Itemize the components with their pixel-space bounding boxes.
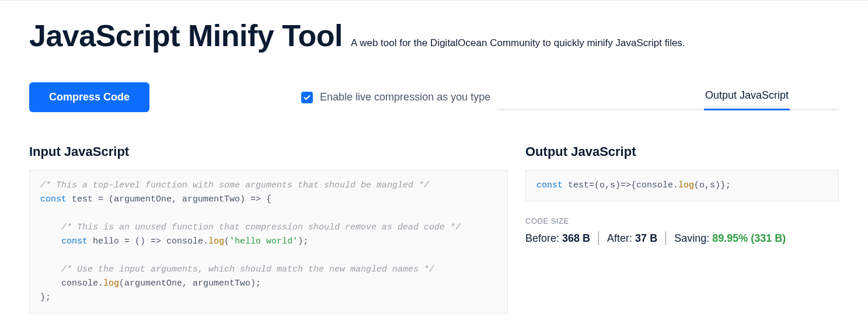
- code-text: };: [40, 293, 51, 302]
- stat-saving-value: 89.95% (331 B): [712, 232, 786, 244]
- stat-before-value: 368 B: [562, 232, 590, 244]
- checkbox-checked-icon: [301, 92, 313, 103]
- code-fn: log: [208, 236, 224, 246]
- code-text: test=(o,s)=>{console.: [563, 180, 678, 190]
- page-subtitle: A web tool for the DigitalOcean Communit…: [351, 37, 685, 49]
- code-text: (argumentOne, argumentTwo);: [119, 279, 261, 288]
- code-keyword: const: [536, 180, 563, 190]
- output-code-view[interactable]: const test=(o,s)=>{console.log(o,s)};: [525, 170, 839, 201]
- code-text: hello = () => console.: [88, 236, 208, 246]
- live-compression-toggle[interactable]: Enable live compression as you type: [301, 91, 490, 103]
- compress-button[interactable]: Compress Code: [29, 82, 149, 112]
- code-comment: /* This a top-level function with some a…: [40, 180, 429, 190]
- input-heading: Input JavaScript: [29, 144, 508, 159]
- page-title: JavaScript Minify Tool: [29, 18, 343, 53]
- output-tabstrip: Output JavaScript: [497, 85, 839, 110]
- code-comment: /* Use the input arguments, which should…: [61, 265, 434, 274]
- code-text: (: [224, 236, 229, 246]
- stat-saving: Saving: 89.95% (331 B): [674, 232, 786, 245]
- output-panel: Output JavaScript const test=(o,s)=>{con…: [525, 144, 839, 314]
- code-keyword: const: [40, 194, 67, 204]
- controls-row: Compress Code Enable live compression as…: [29, 82, 839, 112]
- code-fn: log: [678, 180, 694, 190]
- code-text: console.: [40, 279, 103, 288]
- code-fn: log: [103, 279, 119, 288]
- input-panel: Input JavaScript /* This a top-level fun…: [29, 144, 508, 314]
- code-text: );: [298, 236, 308, 246]
- code-size-stats: Before: 368 B After: 37 B Saving: 89.95%…: [525, 231, 839, 245]
- stat-before: Before: 368 B: [525, 232, 590, 245]
- output-heading: Output JavaScript: [525, 144, 839, 159]
- code-string: 'hello world': [229, 236, 298, 246]
- code-text: test = (argumentOne, argumentTwo) => {: [67, 194, 271, 204]
- code-comment: /* This is an unused function that compr…: [61, 222, 461, 232]
- page-header: JavaScript Minify Tool A web tool for th…: [29, 18, 839, 53]
- input-code-editor[interactable]: /* This a top-level function with some a…: [29, 170, 508, 314]
- stat-after: After: 37 B: [607, 232, 657, 245]
- stat-after-value: 37 B: [635, 232, 657, 244]
- code-size-label: CODE SIZE: [525, 217, 839, 225]
- code-text: (o,s)};: [694, 180, 731, 190]
- divider-icon: [665, 231, 666, 245]
- code-keyword: const: [61, 236, 88, 246]
- live-compression-label: Enable live compression as you type: [320, 91, 490, 103]
- tab-output-javascript[interactable]: Output JavaScript: [704, 85, 790, 110]
- divider-icon: [598, 231, 599, 245]
